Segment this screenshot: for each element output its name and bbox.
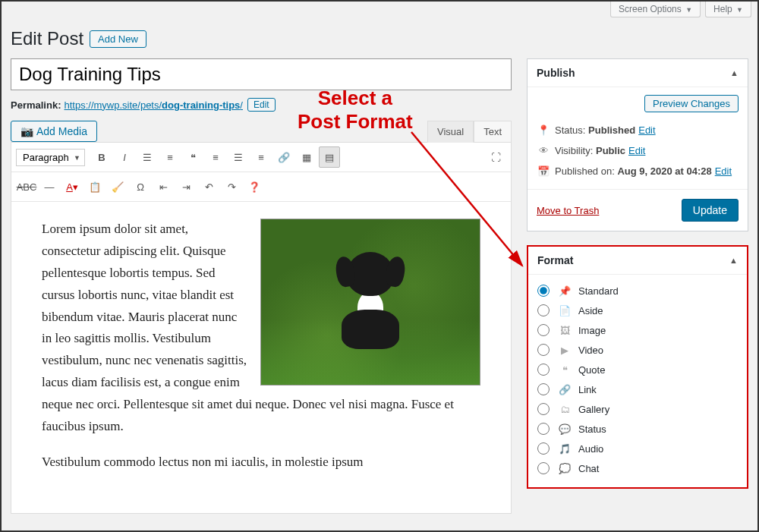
bullet-list-button[interactable]: ☰ xyxy=(137,146,158,168)
status-label: Status: xyxy=(555,124,585,136)
screen-options-label: Screen Options xyxy=(619,4,682,14)
link-icon: 🔗 xyxy=(557,384,572,395)
format-radio-video[interactable] xyxy=(537,344,550,356)
add-media-button[interactable]: 📷Add Media xyxy=(11,121,97,142)
published-edit-link[interactable]: Edit xyxy=(715,165,732,177)
permalink-link[interactable]: https://mywp.site/pets/dog-training-tips… xyxy=(64,99,243,111)
preview-changes-button[interactable]: Preview Changes xyxy=(644,95,739,112)
permalink-label: Permalink: xyxy=(11,99,61,111)
format-option-image[interactable]: 🖼Image xyxy=(537,320,738,340)
format-panel: Format ▲ 📌Standard📄Aside🖼Image▶Video❝Quo… xyxy=(527,245,748,489)
text-color-button[interactable]: A▾ xyxy=(61,176,83,197)
visibility-edit-link[interactable]: Edit xyxy=(628,145,645,156)
format-label: Audio xyxy=(578,443,603,455)
standard-icon: 📌 xyxy=(557,285,572,297)
format-radio-standard[interactable] xyxy=(537,285,550,297)
permalink-edit-button[interactable]: Edit xyxy=(247,98,276,112)
aside-icon: 📄 xyxy=(557,305,572,316)
move-to-trash-link[interactable]: Move to Trash xyxy=(537,205,599,216)
blockquote-button[interactable]: ❝ xyxy=(182,146,203,168)
format-label: Aside xyxy=(578,305,603,316)
format-label: Link xyxy=(578,384,597,395)
audio-icon: 🎵 xyxy=(557,443,572,455)
update-button[interactable]: Update xyxy=(682,199,739,222)
format-radio-link[interactable] xyxy=(537,383,550,395)
content-editor[interactable]: Lorem ipsum dolor sit amet, consectetur … xyxy=(11,202,511,513)
format-option-link[interactable]: 🔗Link xyxy=(537,379,738,399)
format-option-aside[interactable]: 📄Aside xyxy=(537,301,738,320)
indent-button[interactable]: ⇥ xyxy=(175,176,197,197)
format-label: Video xyxy=(578,345,603,356)
chevron-down-icon: ▼ xyxy=(736,6,743,14)
align-left-button[interactable]: ≡ xyxy=(205,146,226,168)
format-radio-status[interactable] xyxy=(537,423,550,435)
content-paragraph: Vestibulum commodo lectus non mi iaculis… xyxy=(42,452,480,474)
undo-button[interactable]: ↶ xyxy=(198,176,219,197)
format-title: Format xyxy=(537,254,573,266)
chat-icon: 💭 xyxy=(557,463,572,474)
image-icon: 🖼 xyxy=(557,325,572,336)
collapse-icon: ▲ xyxy=(730,68,739,77)
link-button[interactable]: 🔗 xyxy=(273,146,294,168)
help-label: Help xyxy=(713,4,732,14)
eye-icon: 👁 xyxy=(537,145,550,156)
italic-button[interactable]: I xyxy=(114,146,135,168)
read-more-button[interactable]: ▦ xyxy=(296,146,317,168)
redo-button[interactable]: ↷ xyxy=(221,176,242,197)
screen-options-button[interactable]: Screen Options ▼ xyxy=(610,2,701,17)
calendar-icon: 📅 xyxy=(537,165,550,177)
gallery-icon: 🗂 xyxy=(557,404,572,415)
visibility-label: Visibility: xyxy=(555,145,593,156)
format-label: Quote xyxy=(578,364,605,376)
tab-visual[interactable]: Visual xyxy=(427,121,474,143)
fullscreen-button[interactable]: ⛶ xyxy=(485,146,506,168)
format-radio-quote[interactable] xyxy=(537,364,550,376)
format-option-chat[interactable]: 💭Chat xyxy=(537,458,738,478)
toolbar-toggle-button[interactable]: ▤ xyxy=(319,146,340,168)
format-radio-image[interactable] xyxy=(537,324,550,336)
camera-icon: 📷 xyxy=(20,125,33,137)
format-option-video[interactable]: ▶Video xyxy=(537,340,738,360)
format-label: Status xyxy=(578,423,606,435)
special-char-button[interactable]: Ω xyxy=(130,176,151,197)
format-radio-chat[interactable] xyxy=(537,462,550,474)
published-label: Published on: xyxy=(555,165,615,177)
editor-box: Paragraph B I ☰ ≡ ❝ ≡ ☰ ≡ 🔗 ▦ ▤ ⛶ ABC xyxy=(11,142,512,514)
numbered-list-button[interactable]: ≡ xyxy=(159,146,181,168)
status-value: Published xyxy=(588,124,635,136)
chevron-down-icon: ▼ xyxy=(685,6,692,14)
collapse-icon: ▲ xyxy=(729,256,738,265)
format-option-standard[interactable]: 📌Standard xyxy=(537,281,738,301)
status-edit-link[interactable]: Edit xyxy=(638,124,655,136)
format-label: Chat xyxy=(578,463,599,474)
format-option-quote[interactable]: ❝Quote xyxy=(537,360,738,379)
format-radio-audio[interactable] xyxy=(537,442,550,455)
visibility-value: Public xyxy=(596,145,625,156)
align-right-button[interactable]: ≡ xyxy=(250,146,272,168)
format-option-status[interactable]: 💬Status xyxy=(537,419,738,439)
publish-panel-header[interactable]: Publish ▲ xyxy=(528,59,748,87)
clear-formatting-button[interactable]: 🧹 xyxy=(107,176,128,197)
publish-title: Publish xyxy=(537,67,575,79)
content-image[interactable] xyxy=(260,219,480,386)
strikethrough-button[interactable]: ABC xyxy=(16,176,37,197)
format-radio-gallery[interactable] xyxy=(537,403,550,415)
paragraph-select[interactable]: Paragraph xyxy=(16,149,85,166)
page-title: Edit Post xyxy=(11,28,83,49)
format-option-gallery[interactable]: 🗂Gallery xyxy=(537,399,738,419)
outdent-button[interactable]: ⇤ xyxy=(153,176,174,197)
align-center-button[interactable]: ☰ xyxy=(228,146,249,168)
published-value: Aug 9, 2020 at 04:28 xyxy=(617,165,711,177)
tab-text[interactable]: Text xyxy=(474,121,512,142)
add-new-button[interactable]: Add New xyxy=(90,30,146,48)
format-option-audio[interactable]: 🎵Audio xyxy=(537,439,738,458)
bold-button[interactable]: B xyxy=(91,146,112,168)
paste-text-button[interactable]: 📋 xyxy=(84,176,106,197)
horizontal-rule-button[interactable]: — xyxy=(39,176,60,197)
format-panel-header[interactable]: Format ▲ xyxy=(528,247,747,275)
help-button[interactable]: Help ▼ xyxy=(705,2,751,17)
format-radio-aside[interactable] xyxy=(537,304,550,316)
help-icon-button[interactable]: ❓ xyxy=(244,176,265,197)
status-icon: 💬 xyxy=(557,423,572,435)
post-title-input[interactable] xyxy=(11,58,512,90)
